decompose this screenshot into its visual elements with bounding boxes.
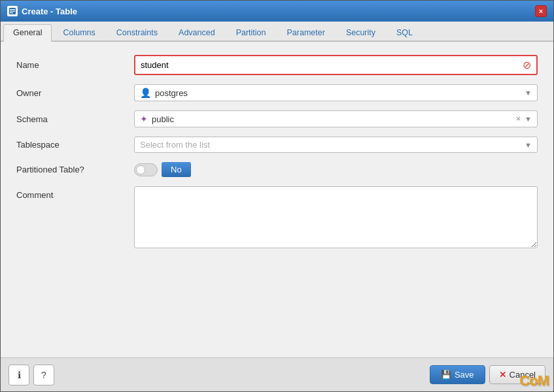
- info-icon: ℹ: [18, 370, 21, 380]
- save-label: Save: [455, 370, 474, 380]
- help-button[interactable]: ?: [33, 365, 54, 385]
- cancel-button[interactable]: ✕ Cancel: [489, 365, 545, 384]
- partitioned-row: Partitioned Table? No: [16, 162, 538, 177]
- svg-rect-2: [10, 11, 15, 12]
- tab-advanced[interactable]: Advanced: [169, 24, 225, 41]
- owner-select[interactable]: 👤 postgres ▼: [134, 84, 538, 101]
- partitioned-control: No: [134, 162, 538, 177]
- comment-row: Comment: [16, 186, 538, 250]
- tab-sql[interactable]: SQL: [387, 24, 423, 41]
- partitioned-no-button[interactable]: No: [162, 162, 191, 177]
- cancel-label: Cancel: [510, 370, 536, 380]
- schema-select[interactable]: ✦ public × ▼: [134, 110, 538, 127]
- save-icon: 💾: [441, 370, 451, 380]
- owner-row: Owner 👤 postgres ▼: [16, 84, 538, 101]
- schema-control: ✦ public × ▼: [134, 110, 538, 127]
- svg-rect-1: [10, 9, 15, 10]
- schema-row: Schema ✦ public × ▼: [16, 110, 538, 127]
- tab-constraints[interactable]: Constraints: [107, 24, 167, 41]
- footer-left: ℹ ?: [9, 365, 54, 385]
- owner-value: postgres: [155, 88, 522, 98]
- comment-control: [134, 186, 538, 250]
- footer-right: 💾 Save ✕ Cancel: [430, 365, 545, 384]
- owner-dropdown-arrow: ▼: [525, 89, 532, 97]
- user-icon: 👤: [140, 88, 151, 98]
- help-icon: ?: [41, 370, 46, 380]
- name-input[interactable]: [141, 60, 517, 70]
- info-button[interactable]: ℹ: [9, 365, 29, 385]
- schema-icon: ✦: [140, 114, 148, 124]
- close-button[interactable]: ×: [535, 5, 547, 17]
- toggle-row: No: [134, 162, 538, 177]
- tablespace-label: Tablespace: [16, 140, 134, 150]
- comment-textarea[interactable]: [134, 186, 538, 248]
- toggle-knob: [136, 165, 145, 174]
- schema-clear-button[interactable]: ×: [516, 114, 521, 123]
- title-bar: Create - Table ×: [1, 1, 553, 22]
- warning-icon: ⊘: [523, 59, 531, 71]
- tablespace-row: Tablespace Select from the list ▼: [16, 137, 538, 153]
- tablespace-control: Select from the list ▼: [134, 137, 538, 153]
- name-input-wrapper: ⊘: [134, 55, 538, 75]
- name-control: ⊘: [134, 55, 538, 75]
- owner-label: Owner: [16, 88, 134, 98]
- tab-partition[interactable]: Partition: [226, 24, 276, 41]
- tab-security[interactable]: Security: [336, 24, 385, 41]
- tablespace-dropdown-arrow: ▼: [525, 141, 532, 149]
- tab-columns[interactable]: Columns: [53, 24, 105, 41]
- tab-bar: General Columns Constraints Advanced Par…: [1, 22, 553, 42]
- tab-parameter[interactable]: Parameter: [277, 24, 335, 41]
- svg-rect-3: [10, 12, 13, 13]
- schema-value: public: [152, 114, 516, 124]
- app-icon: [7, 6, 18, 16]
- tab-general[interactable]: General: [3, 24, 52, 42]
- cancel-x-icon: ✕: [499, 370, 506, 380]
- tablespace-placeholder: Select from the list: [140, 140, 522, 150]
- partitioned-toggle[interactable]: [134, 163, 158, 176]
- tablespace-select[interactable]: Select from the list ▼: [134, 137, 538, 153]
- comment-label: Comment: [16, 186, 134, 200]
- form-content: Name ⊘ Owner 👤 postgres ▼: [1, 42, 553, 357]
- name-label: Name: [16, 60, 134, 70]
- save-button[interactable]: 💾 Save: [430, 365, 485, 384]
- footer: ℹ ? 💾 Save ✕ Cancel: [1, 357, 553, 391]
- name-row: Name ⊘: [16, 55, 538, 75]
- owner-control: 👤 postgres ▼: [134, 84, 538, 101]
- schema-dropdown-arrow: ▼: [525, 115, 532, 123]
- partitioned-label: Partitioned Table?: [16, 165, 134, 174]
- schema-label: Schema: [16, 114, 134, 124]
- dialog-title: Create - Table: [22, 7, 77, 16]
